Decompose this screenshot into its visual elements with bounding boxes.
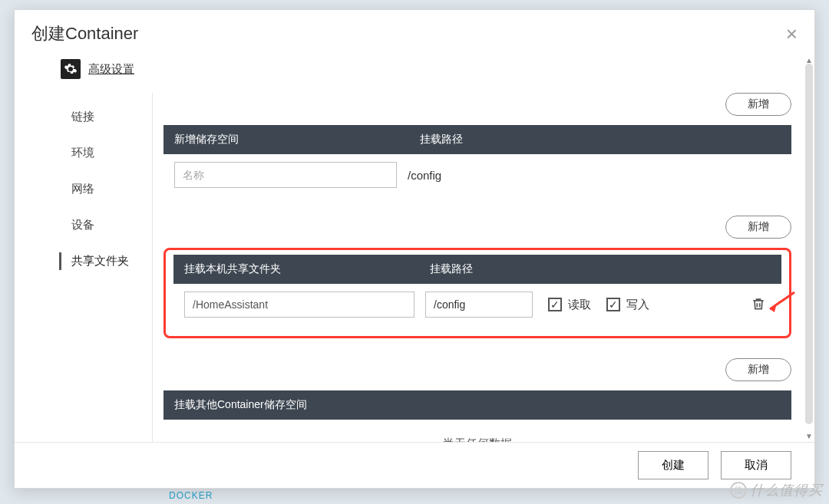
cancel-button[interactable]: 取消	[721, 451, 791, 479]
nav-item-shared-folder[interactable]: 共享文件夹	[15, 243, 152, 279]
nav-item-link[interactable]: 链接	[15, 99, 152, 135]
add-storage-button[interactable]: 新增	[725, 93, 791, 116]
read-checkbox[interactable]: ✓	[548, 298, 562, 311]
scrollbar-thumb[interactable]	[805, 64, 813, 424]
shared-header-folder: 挂载本机共享文件夹	[173, 255, 419, 284]
other-table-header: 挂载其他Container储存空间	[163, 390, 791, 420]
shared-table-row: ✓ 读取 ✓ 写入	[173, 284, 781, 325]
storage-name-input[interactable]	[174, 162, 397, 188]
section-shared-folder: 新增 挂载本机共享文件夹 挂载路径 ✓ 读取	[163, 216, 791, 338]
dialog-body: 高级设置 链接 环境 网络 设备 共享文件夹 新增 新增储存空间 挂载路径	[15, 54, 814, 442]
create-container-dialog: 创建Container × 高级设置 链接 环境 网络 设备 共享文件夹 新	[14, 9, 815, 489]
nav-item-device[interactable]: 设备	[15, 207, 152, 243]
shared-folder-input[interactable]	[184, 292, 414, 318]
dialog-title: 创建Container	[31, 22, 138, 45]
other-header: 挂载其他Container储存空间	[163, 390, 791, 420]
storage-table-row: /config	[163, 154, 791, 196]
add-shared-folder-button[interactable]: 新增	[725, 216, 791, 239]
highlight-annotation: 挂载本机共享文件夹 挂载路径 ✓ 读取 ✓	[163, 248, 791, 338]
dialog-columns: 链接 环境 网络 设备 共享文件夹 新增 新增储存空间 挂载路径	[15, 93, 814, 442]
delete-row-button[interactable]	[751, 296, 766, 314]
create-button[interactable]: 创建	[638, 451, 708, 479]
gear-icon	[61, 59, 81, 79]
side-nav: 链接 环境 网络 设备 共享文件夹	[15, 93, 153, 442]
dialog-footer: 创建 取消	[15, 442, 814, 488]
dialog-header: 创建Container ×	[15, 10, 814, 54]
write-checkbox[interactable]: ✓	[606, 298, 620, 311]
shared-header-mount: 挂载路径	[419, 255, 781, 284]
shared-table-header: 挂载本机共享文件夹 挂载路径	[173, 255, 781, 284]
storage-header-name: 新增储存空间	[163, 125, 409, 154]
section-other-container: 新增 挂载其他Container储存空间 尚无任何数据	[163, 358, 791, 442]
watermark: 值 什么值得买	[730, 481, 823, 499]
write-checkbox-group: ✓ 写入	[606, 298, 649, 312]
read-checkbox-group: ✓ 读取	[548, 298, 591, 312]
storage-table-header: 新增储存空间 挂载路径	[163, 125, 791, 154]
shared-path-input[interactable]	[425, 292, 533, 318]
advanced-settings-row: 高级设置	[15, 54, 814, 93]
other-empty-text: 尚无任何数据	[163, 420, 791, 442]
watermark-text: 什么值得买	[750, 481, 823, 499]
section-storage: 新增 新增储存空间 挂载路径 /config	[163, 93, 791, 196]
storage-header-mount: 挂载路径	[409, 125, 791, 154]
close-icon[interactable]: ×	[786, 24, 798, 44]
add-other-container-button[interactable]: 新增	[725, 358, 791, 381]
scroll-down-icon[interactable]: ▼	[805, 432, 813, 440]
watermark-icon: 值	[730, 482, 747, 499]
main-panel: 新增 新增储存空间 挂载路径 /config	[153, 93, 814, 442]
nav-item-env[interactable]: 环境	[15, 135, 152, 171]
advanced-settings-link[interactable]: 高级设置	[88, 62, 134, 77]
background-docker-label: DOCKER	[169, 490, 213, 501]
write-label: 写入	[626, 298, 649, 312]
storage-mount-value: /config	[397, 169, 441, 182]
read-label: 读取	[568, 298, 591, 312]
nav-item-network[interactable]: 网络	[15, 171, 152, 207]
